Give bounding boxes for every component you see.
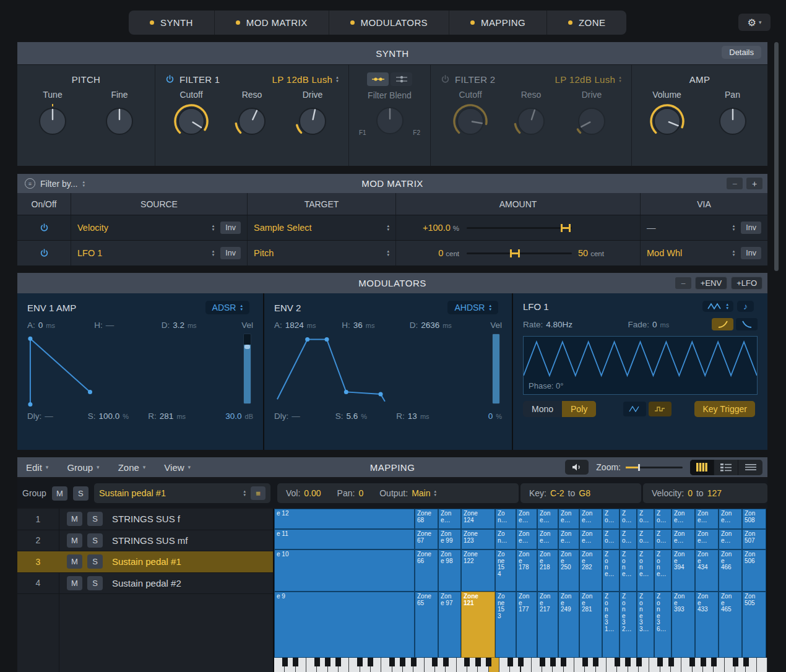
- add-modulation-button[interactable]: +: [746, 178, 762, 189]
- key-high-value[interactable]: G8: [579, 488, 590, 498]
- plugin-settings-button[interactable]: ⚙ ▾: [738, 14, 771, 31]
- audition-button[interactable]: [565, 460, 589, 475]
- zone[interactable]: Zone394: [672, 549, 695, 592]
- zone[interactable]: Zone434: [695, 549, 719, 592]
- zone[interactable]: Zone393: [672, 592, 695, 658]
- pan-value[interactable]: 0: [358, 488, 363, 498]
- zone[interactable]: Zone282: [579, 549, 602, 592]
- row-solo-button[interactable]: S: [87, 576, 103, 590]
- piano-black-key[interactable]: [550, 658, 556, 666]
- piano-black-key[interactable]: [389, 658, 395, 666]
- zone[interactable]: Zo…: [620, 509, 637, 529]
- piano-black-key[interactable]: [518, 658, 524, 666]
- env2-mode-select[interactable]: AHDSR ▴▾: [447, 301, 498, 314]
- lfo-rate[interactable]: Rate:4.80Hz: [523, 320, 628, 329]
- piano-black-key[interactable]: [540, 658, 545, 666]
- filter1-cutoff-knob[interactable]: Cutoff: [169, 90, 214, 139]
- fine-knob[interactable]: Fine: [97, 90, 142, 139]
- row-mute-button[interactable]: M: [67, 554, 82, 569]
- zoom-handle[interactable]: [638, 464, 640, 471]
- zone[interactable]: Zone…: [558, 509, 579, 529]
- lfo-waveform-display[interactable]: Phase: 0°: [523, 336, 758, 395]
- zone[interactable]: Zone65: [415, 592, 438, 658]
- zone[interactable]: Zone…: [516, 509, 537, 529]
- zone[interactable]: Zone178: [516, 549, 537, 592]
- zone[interactable]: Zone154: [495, 549, 516, 592]
- zone[interactable]: Zone…: [695, 509, 719, 529]
- piano-black-key[interactable]: [625, 658, 631, 666]
- piano-black-key[interactable]: [368, 658, 373, 666]
- piano-black-key[interactable]: [335, 658, 341, 666]
- zone[interactable]: Zon507: [742, 529, 766, 549]
- zone[interactable]: Zone433: [695, 592, 719, 658]
- zone[interactable]: Zo…: [602, 509, 620, 529]
- piano-black-key[interactable]: [668, 658, 674, 666]
- piano-black-key[interactable]: [561, 658, 566, 666]
- source-select[interactable]: Velocity: [77, 223, 212, 233]
- zone[interactable]: Zo…: [637, 509, 654, 529]
- env1-delay[interactable]: Dly:—: [27, 411, 88, 421]
- env1-decay[interactable]: D:3.2ms: [162, 321, 228, 330]
- zone[interactable]: Zone465: [719, 592, 742, 658]
- piano-black-key[interactable]: [443, 658, 449, 666]
- zone[interactable]: Zone36…: [654, 592, 672, 658]
- via-select[interactable]: Mod Whl: [647, 248, 733, 258]
- piano-black-key[interactable]: [475, 658, 481, 666]
- zone[interactable]: Zone124: [461, 509, 495, 529]
- output-value[interactable]: Main: [412, 488, 430, 498]
- remove-modulation-button[interactable]: −: [727, 178, 743, 189]
- via-invert-button[interactable]: Inv: [741, 222, 761, 234]
- nav-tab-modulators[interactable]: MODULATORS: [329, 11, 449, 35]
- piano-black-key[interactable]: [582, 658, 588, 666]
- lfo-shape-random-button[interactable]: [649, 402, 672, 416]
- zone[interactable]: Zone250: [558, 549, 579, 592]
- amount-max[interactable]: 50cent: [578, 248, 634, 258]
- zone[interactable]: Zone…: [719, 529, 742, 549]
- zone[interactable]: e 12: [274, 509, 415, 529]
- fade-in-button[interactable]: [712, 318, 733, 330]
- nav-tab-mapping[interactable]: MAPPING: [449, 11, 547, 35]
- zone[interactable]: Zone…: [579, 529, 602, 549]
- piano-black-key[interactable]: [400, 658, 405, 666]
- env1-hold[interactable]: H:—: [94, 321, 161, 330]
- key-trigger-button[interactable]: Key Trigger: [694, 401, 755, 417]
- piano-black-key[interactable]: [357, 658, 363, 666]
- piano-black-key[interactable]: [733, 658, 738, 666]
- lfo-shape-triangle-button[interactable]: [623, 402, 646, 416]
- env1-vel-amount[interactable]: 30.0dB: [209, 411, 253, 421]
- nav-tab-synth[interactable]: SYNTH: [129, 11, 215, 35]
- zone[interactable]: Zone217: [537, 592, 558, 658]
- zone[interactable]: e 10: [274, 549, 415, 592]
- piano-black-key[interactable]: [689, 658, 695, 666]
- filter-routing-series-button[interactable]: [367, 72, 389, 86]
- env1-release[interactable]: R:281ms: [148, 411, 209, 421]
- zone[interactable]: Zon…: [495, 529, 516, 549]
- menu-edit[interactable]: Edit▾: [26, 462, 48, 473]
- details-button[interactable]: Details: [722, 46, 761, 59]
- piano-black-key[interactable]: [411, 658, 417, 666]
- piano-black-key[interactable]: [657, 658, 663, 666]
- env2-vel-slider[interactable]: [492, 334, 500, 404]
- group-row[interactable]: 4MSSustain pedal #2: [17, 573, 273, 595]
- filter-blend-knob[interactable]: [372, 103, 408, 139]
- group-menu-button[interactable]: ≡: [251, 486, 266, 500]
- zone[interactable]: Zone66: [415, 549, 438, 592]
- row-solo-button[interactable]: S: [87, 554, 103, 569]
- source-invert-button[interactable]: Inv: [220, 247, 241, 259]
- zone[interactable]: Zone281: [579, 592, 602, 658]
- row-mute-button[interactable]: M: [67, 533, 82, 548]
- via-select[interactable]: —: [647, 223, 733, 233]
- env1-mode-select[interactable]: ADSR ▴▾: [205, 301, 249, 314]
- group-row[interactable]: 2MSSTRINGS SUS mf: [17, 530, 273, 552]
- filter1-type-select[interactable]: LP 12dB Lush ▴▾: [272, 74, 339, 85]
- filter1-drive-knob[interactable]: Drive: [290, 90, 335, 139]
- piano-black-key[interactable]: [711, 658, 717, 666]
- zone[interactable]: Zone177: [516, 592, 537, 658]
- zone[interactable]: Zone67: [415, 529, 438, 549]
- zone[interactable]: Zone…: [672, 529, 695, 549]
- menu-group[interactable]: Group▾: [67, 462, 99, 473]
- zone[interactable]: Zon…: [495, 509, 516, 529]
- volume-knob[interactable]: Volume: [645, 90, 689, 139]
- piano-black-key[interactable]: [432, 658, 438, 666]
- piano-black-key[interactable]: [636, 658, 642, 666]
